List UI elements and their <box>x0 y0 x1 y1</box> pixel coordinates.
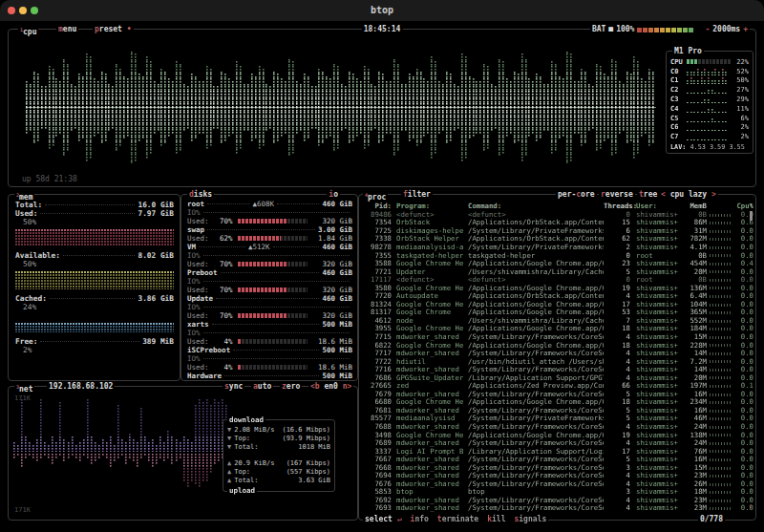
process-row[interactable]: 7686GPGSuite_Updater/Library/Application… <box>363 373 747 382</box>
process-row[interactable]: 4612node/Users/shivammishra/Library/Cach… <box>363 316 747 325</box>
process-row[interactable]: 7338OrbStack Helper/Applications/OrbStac… <box>363 235 747 244</box>
scroll-down-indicator[interactable]: ↓ <box>749 502 753 510</box>
info-action[interactable]: info <box>411 515 429 524</box>
process-row[interactable]: 7667mdworker_shared/System/Library/Frame… <box>363 455 747 463</box>
process-row[interactable]: 7725diskimages-helpe/System/Library/Priv… <box>363 226 747 235</box>
core-percent: 11% <box>729 105 749 113</box>
reverse-toggle[interactable]: reverse <box>599 190 635 200</box>
header-pid[interactable]: Pid: <box>363 202 392 210</box>
process-row[interactable]: 27665zed/Applications/Zed Preview.app/Co… <box>363 381 747 390</box>
disk-io-label: IO% <box>187 303 201 311</box>
disk-name: Hardware <box>187 372 222 380</box>
core-graph <box>687 105 729 113</box>
sync-button[interactable]: sync <box>223 382 244 392</box>
process-row[interactable]: 3955Google Chrome He/Applications/Google… <box>363 325 747 333</box>
process-row[interactable]: 7689mdworker_shared/System/Library/Frame… <box>363 438 747 447</box>
disk-io-label: IO% <box>187 251 201 260</box>
mem-entry-label: Used: <box>15 209 37 218</box>
sort-selector[interactable]: < cpu lazy > <box>659 190 718 200</box>
process-row[interactable]: 7668mdworker_shared/System/Library/Frame… <box>363 463 747 472</box>
process-row[interactable]: 6680Google Chrome He/Applications/Google… <box>363 398 747 407</box>
scrollbar-thumb[interactable] <box>750 211 753 221</box>
proc-box-title: 4proc <box>363 190 388 200</box>
preset-button[interactable]: preset • <box>93 25 134 34</box>
header-program[interactable]: Program: <box>396 202 465 210</box>
process-row[interactable]: 7721Updater/Users/shivammishra/Library/C… <box>363 267 747 276</box>
disk-name: swap <box>187 225 204 234</box>
process-row[interactable]: 7679mdworker_shared/System/Library/Frame… <box>363 390 747 398</box>
zero-button[interactable]: zero <box>280 382 302 392</box>
disk-list: root▲608K460 GiBIO%Used:70%320 GiBswap3.… <box>187 200 352 378</box>
process-row[interactable]: 98278mediaanalysisd-a/System/Library/Pri… <box>363 243 747 251</box>
process-row[interactable]: 89486<defunct><defunct>0shivammis+0B0.0 <box>363 210 747 219</box>
process-row[interactable]: 17117<defunct><defunct>0root0B0.0 <box>363 275 747 284</box>
download-stat: ▼2.08 MiB/s(16.6 Mibps) <box>227 425 330 434</box>
disk-name-row: swap3.00 GiB <box>187 225 352 234</box>
process-row[interactable]: 7354OrbStack/Applications/OrbStack.app/C… <box>363 219 747 227</box>
close-button[interactable] <box>8 7 15 14</box>
process-mem-graph <box>710 352 731 355</box>
mem-used-graph <box>15 229 174 246</box>
process-row[interactable]: 7355taskgated-helpertaskgated-helper0roo… <box>363 251 747 260</box>
process-mem-graph <box>710 450 731 453</box>
header-user[interactable]: User: <box>636 202 680 210</box>
interval-decrease-button[interactable]: - <box>705 25 710 34</box>
filter-button[interactable]: filter <box>401 190 433 200</box>
disk-used-label: Used: <box>187 363 209 372</box>
process-row[interactable]: 7676mdworker_shared/System/Library/Frame… <box>363 479 747 488</box>
process-row[interactable]: 7694mdworker_shared/System/Library/Frame… <box>363 472 747 480</box>
auto-button[interactable]: auto <box>251 382 273 392</box>
header-command[interactable]: Command: <box>468 202 604 210</box>
disk-used-percent: 70% <box>212 217 233 225</box>
process-row[interactable]: 3337Logi AI Prompt B/Library/Application… <box>363 447 747 456</box>
process-row[interactable]: 3498Google Chrome He/Applications/Google… <box>363 431 747 439</box>
battery-block <box>689 28 693 32</box>
disk-io-row: IO% <box>187 277 352 286</box>
process-row[interactable]: 7717mdworker_shared/System/Library/Frame… <box>363 349 747 357</box>
process-row[interactable]: 7692mdworker_shared/System/Library/Frame… <box>363 496 747 504</box>
process-row[interactable]: 6822Google Chrome He/Applications/Google… <box>363 341 747 350</box>
disk-used-row: Used:70%320 GiB <box>187 217 352 225</box>
terminate-action[interactable]: terminate <box>437 515 478 524</box>
mem-box-title: 2mem <box>14 190 34 200</box>
process-row[interactable]: 7688mdworker_shared/System/Library/Frame… <box>363 422 747 431</box>
mem-entry-value: 389 MiB <box>142 337 174 346</box>
process-row[interactable]: 81324Google Chrome He/Applications/Googl… <box>363 300 747 309</box>
disk-used-meter <box>238 287 308 292</box>
header-threads[interactable]: Threads: <box>604 202 630 210</box>
download-stat-label: ▼Top: <box>227 435 250 442</box>
kill-action[interactable]: kill <box>487 515 505 524</box>
tree-toggle[interactable]: tree <box>637 190 659 200</box>
process-row[interactable]: 7681mdworker_shared/System/Library/Frame… <box>363 406 747 415</box>
io-mode-button[interactable]: io <box>327 190 340 200</box>
cpu-usage-graph <box>26 51 656 163</box>
scroll-up-indicator[interactable]: ↑ <box>750 202 753 209</box>
process-row[interactable]: 5853btopbtop3shivammis+18M0.0 <box>363 488 747 497</box>
process-row[interactable]: 7720Autoupdate/Applications/OrbStack.app… <box>363 291 747 300</box>
signals-action[interactable]: signals <box>514 515 546 524</box>
process-row[interactable]: 3580Google Chrome He/Applications/Google… <box>363 284 747 292</box>
battery-interval-group: BAT■ 100% - 2000ms + <box>590 25 750 34</box>
disk-name: Preboot <box>187 268 218 277</box>
process-row[interactable]: 7716mdworker_shared/System/Library/Frame… <box>363 365 747 373</box>
interval-increase-button[interactable]: + <box>743 25 748 34</box>
select-action[interactable]: select ↵ <box>365 515 402 524</box>
process-row[interactable]: 3588Google Chrome He/Applications/Google… <box>363 259 747 267</box>
process-row[interactable]: 7722hdiutil/usr/bin/hdiutil attach /User… <box>363 357 747 366</box>
process-row[interactable]: 81317Google Chrome/Applications/Google C… <box>363 309 747 317</box>
process-mem-graph <box>710 246 731 249</box>
header-mem[interactable]: MemB <box>680 202 707 210</box>
minimize-button[interactable] <box>19 7 27 14</box>
download-arrow-icon: ▼ <box>227 426 231 434</box>
process-row[interactable]: 7715mdworker_shared/System/Library/Frame… <box>363 332 747 341</box>
process-row[interactable]: 7693mdworker_shared/System/Library/Frame… <box>363 504 747 513</box>
menu-button[interactable]: menu <box>56 25 78 34</box>
disk-size: 460 GiB <box>322 294 352 303</box>
process-row[interactable]: 85577mediaanalysisd/System/Library/Priva… <box>363 415 747 423</box>
core-graph <box>687 123 729 131</box>
mem-total-value: 16.0 GiB <box>138 201 174 209</box>
mem-entry-percent: 50% <box>15 218 174 226</box>
maximize-button[interactable] <box>31 7 38 14</box>
per-core-toggle[interactable]: per-core <box>556 190 597 200</box>
interface-switcher[interactable]: <b en0 n> <box>308 382 353 392</box>
